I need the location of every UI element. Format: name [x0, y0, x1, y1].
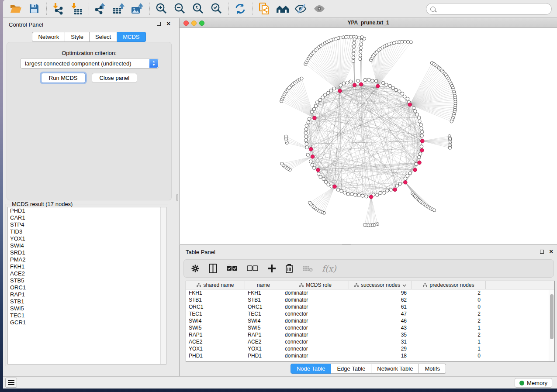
tab-mcds[interactable]: MCDS	[117, 32, 145, 42]
cell-shared-name[interactable]: ORC1	[186, 303, 245, 310]
cell-shared-name[interactable]: SWI4	[186, 317, 245, 324]
show-all-icon[interactable]	[275, 2, 290, 16]
cell-shared-name[interactable]: PHD1	[186, 352, 245, 359]
network-graph[interactable]	[180, 28, 557, 244]
cell-shared-name[interactable]: FKH1	[186, 289, 245, 296]
export-table-icon[interactable]	[111, 2, 126, 16]
float-table-panel-icon[interactable]	[540, 250, 544, 254]
table-row[interactable]: STB1STB1dominator620	[186, 296, 554, 303]
cell-predecessor-nodes[interactable]: 0	[412, 303, 486, 310]
mcds-list-scrollbar[interactable]	[160, 207, 166, 364]
delete-table-icon[interactable]	[302, 262, 313, 275]
export-image-icon[interactable]	[130, 2, 145, 16]
mcds-result-item[interactable]: GCR1	[8, 319, 166, 326]
select-all-icon[interactable]	[226, 262, 238, 275]
mcds-result-item[interactable]: STB1	[8, 298, 166, 305]
cell-shared-name[interactable]: TEC1	[186, 310, 245, 317]
cell-name[interactable]: YOX1	[245, 345, 282, 352]
show-panels-button[interactable]	[5, 378, 17, 388]
deselect-all-icon[interactable]	[247, 262, 258, 275]
cell-successor-nodes[interactable]: 46	[349, 317, 412, 324]
cell-predecessor-nodes[interactable]: 1	[412, 345, 486, 352]
mcds-result-item[interactable]: CAR1	[8, 214, 166, 221]
mcds-result-item[interactable]: ACE2	[8, 270, 166, 277]
cell-successor-nodes[interactable]: 29	[349, 345, 412, 352]
column-header-shared-name[interactable]: shared name	[186, 281, 245, 289]
save-session-icon[interactable]	[27, 2, 42, 16]
table-row[interactable]: YOX1YOX1connector291	[186, 345, 554, 352]
tab-network[interactable]: Network	[32, 32, 65, 42]
table-tab-node-table[interactable]: Node Table	[291, 364, 332, 374]
cell-predecessor-nodes[interactable]: 2	[412, 331, 486, 338]
cell-MCDS-role[interactable]: connector	[282, 345, 349, 352]
delete-column-icon[interactable]	[285, 262, 293, 275]
tab-style[interactable]: Style	[65, 32, 90, 42]
cell-name[interactable]: ORC1	[245, 303, 282, 310]
cell-successor-nodes[interactable]: 31	[349, 338, 412, 345]
maximize-window-icon[interactable]	[199, 21, 204, 26]
cell-predecessor-nodes[interactable]: 2	[412, 310, 486, 317]
clone-network-icon[interactable]	[257, 2, 272, 16]
cell-predecessor-nodes[interactable]: 0	[412, 296, 486, 303]
table-row[interactable]: SWI5SWI5connector431	[186, 324, 554, 331]
cell-name[interactable]: ACE2	[245, 338, 282, 345]
mcds-result-item[interactable]: ORC1	[8, 284, 166, 291]
search-input[interactable]	[438, 5, 551, 14]
cell-predecessor-nodes[interactable]: 1	[412, 324, 486, 331]
mcds-result-item[interactable]: PMA2	[8, 256, 166, 263]
float-panel-icon[interactable]	[157, 22, 161, 26]
cell-successor-nodes[interactable]: 35	[349, 331, 412, 338]
cell-successor-nodes[interactable]: 18	[349, 352, 412, 359]
cell-predecessor-nodes[interactable]: 2	[412, 289, 486, 296]
add-column-icon[interactable]	[267, 262, 276, 275]
network-canvas[interactable]	[180, 28, 557, 244]
table-row[interactable]: TEC1TEC1connector472	[186, 310, 554, 317]
cell-MCDS-role[interactable]: connector	[282, 338, 349, 345]
table-scrollbar[interactable]	[549, 290, 554, 361]
cell-MCDS-role[interactable]: connector	[282, 310, 349, 317]
cell-name[interactable]: STB1	[245, 296, 282, 303]
open-session-icon[interactable]	[8, 2, 23, 16]
close-panel-button[interactable]: Close panel	[92, 73, 138, 83]
cell-shared-name[interactable]: RAP1	[186, 331, 245, 338]
cell-MCDS-role[interactable]: connector	[282, 324, 349, 331]
zoom-in-icon[interactable]	[154, 2, 169, 16]
column-header-MCDS-role[interactable]: MCDS role	[282, 281, 349, 289]
split-view-icon[interactable]	[209, 262, 217, 275]
optimization-criterion-select[interactable]: largest connected component (undirected)…	[20, 58, 159, 69]
mcds-result-item[interactable]: YOX1	[8, 235, 166, 242]
cell-MCDS-role[interactable]: dominator	[282, 331, 349, 338]
mcds-result-item[interactable]: TID3	[8, 228, 166, 235]
table-row[interactable]: PHD1PHD1dominator180	[186, 352, 554, 359]
mcds-result-item[interactable]: RAP1	[8, 291, 166, 298]
close-window-icon[interactable]	[183, 21, 189, 26]
minimize-window-icon[interactable]	[191, 21, 197, 26]
cell-MCDS-role[interactable]: dominator	[282, 352, 349, 359]
column-settings-icon[interactable]	[191, 262, 200, 275]
import-network-icon[interactable]	[51, 2, 66, 16]
table-tab-motifs[interactable]: Motifs	[419, 364, 446, 374]
cell-shared-name[interactable]: SWI5	[186, 324, 245, 331]
run-mcds-button[interactable]: Run MCDS	[41, 73, 86, 83]
cell-successor-nodes[interactable]: 61	[349, 303, 412, 310]
mcds-result-item[interactable]: SWI4	[8, 242, 166, 249]
cell-successor-nodes[interactable]: 96	[349, 289, 412, 296]
cell-name[interactable]: SWI4	[245, 317, 282, 324]
mcds-result-item[interactable]: STB5	[8, 277, 166, 284]
cell-name[interactable]: TEC1	[245, 310, 282, 317]
cell-name[interactable]: SWI5	[245, 324, 282, 331]
zoom-selected-icon[interactable]	[209, 2, 224, 16]
table-row[interactable]: ORC1ORC1dominator610	[186, 303, 554, 310]
cell-predecessor-nodes[interactable]: 2	[412, 317, 486, 324]
cell-MCDS-role[interactable]: dominator	[282, 317, 349, 324]
zoom-out-icon[interactable]	[172, 2, 187, 16]
cell-MCDS-role[interactable]: dominator	[282, 303, 349, 310]
cell-name[interactable]: PHD1	[245, 352, 282, 359]
table-row[interactable]: SWI4SWI4dominator462	[186, 317, 554, 324]
cell-shared-name[interactable]: YOX1	[186, 345, 245, 352]
mcds-result-item[interactable]: TEC1	[8, 312, 166, 319]
cell-successor-nodes[interactable]: 47	[349, 310, 412, 317]
import-table-icon[interactable]	[69, 2, 84, 16]
export-network-icon[interactable]	[93, 2, 108, 16]
tab-select[interactable]: Select	[90, 32, 117, 42]
